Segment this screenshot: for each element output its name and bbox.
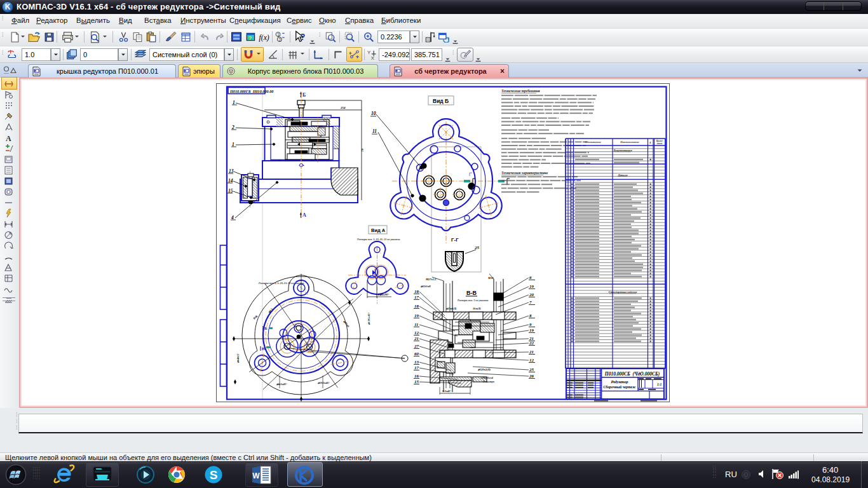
svg-text:1: 1	[233, 100, 235, 105]
svg-text:?: ?	[248, 35, 252, 41]
svg-text:14: 14	[228, 178, 233, 184]
svg-text:⌀19.5х45°: ⌀19.5х45°	[318, 381, 330, 384]
svg-text:21: 21	[414, 336, 419, 341]
svg-text:8: 8	[529, 313, 532, 318]
svg-text:13: 13	[229, 168, 234, 174]
svg-text:12: 12	[529, 358, 534, 363]
svg-text:60: 60	[414, 351, 419, 356]
svg-text:Г-Г: Г-Г	[451, 237, 459, 243]
svg-text:⌀21б/н8: ⌀21б/н8	[421, 285, 431, 288]
svg-text:Вид А: Вид А	[371, 227, 386, 233]
svg-text:⌀4,5х45°: ⌀4,5х45°	[276, 383, 287, 386]
svg-text:19: 19	[529, 328, 534, 333]
svg-text:1:1: 1:1	[657, 383, 662, 386]
svg-text:4: 4	[231, 215, 234, 220]
svg-text:18: 18	[414, 289, 419, 294]
svg-text:11: 11	[372, 128, 377, 134]
svg-text:⌀25кб(Л): ⌀25кб(Л)	[446, 307, 457, 310]
svg-text:20: 20	[529, 292, 534, 297]
svg-text:1: 1	[232, 142, 234, 147]
svg-text:9: 9	[529, 322, 532, 327]
svg-text:16м(Л): 16м(Л)	[473, 307, 481, 310]
svg-text:10: 10	[371, 111, 376, 116]
svg-text:⌀64h12: ⌀64h12	[236, 353, 240, 363]
svg-text:Т-выступ: Т-выступ	[483, 380, 495, 383]
svg-text:15: 15	[414, 379, 419, 384]
svg-text:2: 2	[231, 125, 234, 130]
svg-text:15: 15	[228, 188, 233, 194]
svg-text:11: 11	[414, 322, 419, 327]
svg-text:+Т0х45х±d: +Т0х45х±d	[480, 376, 494, 379]
svg-text:?: ?	[300, 32, 305, 42]
svg-text:Детали: Детали	[617, 173, 628, 177]
svg-text:A: A	[6, 134, 11, 143]
svg-text:22: 22	[529, 341, 534, 346]
svg-text:17: 17	[414, 365, 419, 370]
svg-text:26: 26	[529, 374, 534, 379]
svg-text:19: 19	[414, 313, 419, 318]
svg-text:2⌀6х90°: 2⌀6х90°	[377, 293, 390, 296]
svg-text:Технические требования: Технические требования	[501, 89, 540, 93]
svg-text:В-В: В-В	[466, 290, 477, 296]
svg-text:f(x): f(x)	[259, 34, 269, 42]
svg-text:19: 19	[529, 284, 534, 289]
svg-text:21: 21	[529, 349, 534, 355]
svg-text:25: 25	[474, 245, 480, 250]
svg-text:П010.000ГБ П010.000.00: П010.000ГБ П010.000.00	[229, 89, 273, 93]
svg-text:6: 6	[529, 275, 532, 280]
svg-text:Б: Б	[264, 326, 268, 331]
svg-text:13: 13	[414, 360, 419, 365]
svg-text:А: А	[302, 212, 306, 218]
svg-text:254: 254	[340, 106, 346, 109]
svg-text:⌀120х2(Л): ⌀120х2(Л)	[478, 368, 491, 371]
svg-text:В: В	[262, 346, 265, 351]
svg-text:27: 27	[414, 344, 419, 349]
svg-text:чание: чание	[657, 142, 663, 145]
svg-text:Б: Б	[302, 92, 306, 98]
svg-text:25: 25	[529, 367, 534, 372]
svg-text:17: 17	[414, 295, 419, 300]
svg-text:Редуктор: Редуктор	[611, 379, 628, 384]
svg-text:Документация: Документация	[613, 149, 632, 152]
svg-text:18: 18	[414, 304, 419, 309]
svg-text:79: 79	[361, 149, 364, 152]
svg-text:W: W	[252, 471, 260, 480]
svg-text:16: 16	[414, 374, 419, 379]
svg-text:Обозначение: Обозначение	[585, 140, 600, 144]
svg-text:⌀1.95х45°: ⌀1.95х45°	[367, 313, 370, 325]
svg-text:Техническая характеристика: Техническая характеристика	[501, 171, 548, 175]
svg-text:Y: Y	[367, 50, 371, 55]
svg-text:12: 12	[414, 330, 419, 336]
svg-text:Вид Б: Вид Б	[433, 98, 449, 104]
svg-text:Стандартные изделия: Стандартные изделия	[609, 290, 637, 294]
svg-text:Размеры пов. 5 не указаны: Размеры пов. 5 не указаны	[458, 299, 489, 302]
svg-text:2: 2	[278, 37, 281, 42]
svg-text:S: S	[210, 468, 218, 482]
svg-text:Наименование: Наименование	[620, 140, 639, 144]
svg-text:7: 7	[529, 300, 532, 305]
svg-text:Размеры пов. 1, 10, 21, 13 не: Размеры пов. 1, 10, 21, 13 не указаны	[357, 238, 400, 241]
svg-text:1: 1	[277, 32, 280, 37]
svg-text:П010.000СБ (ЧдО.000СБ): П010.000СБ (ЧдО.000СБ)	[604, 371, 660, 377]
svg-text:Сборочный чертеж: Сборочный чертеж	[603, 385, 636, 389]
svg-text:9.5х45°: 9.5х45°	[442, 390, 451, 393]
